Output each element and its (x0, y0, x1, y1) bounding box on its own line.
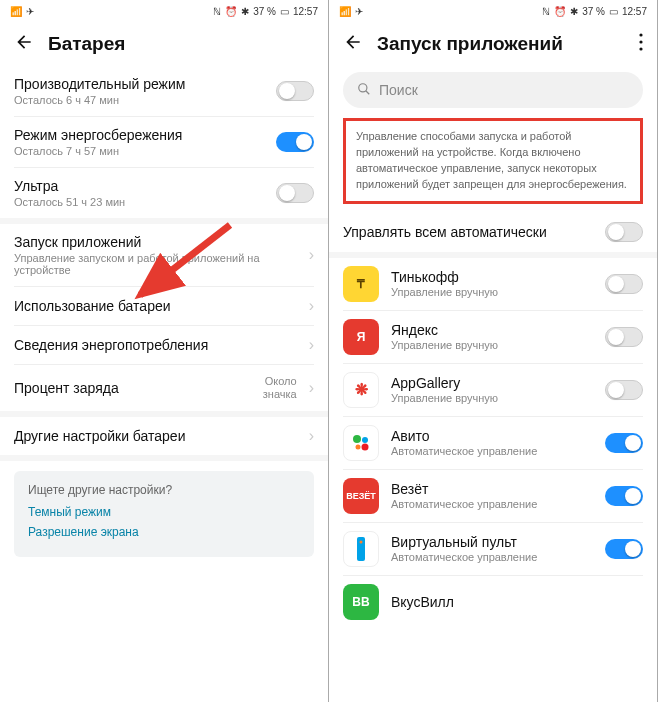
info-callout: Управление способами запуска и работой п… (343, 118, 643, 204)
row-other-battery-settings[interactable]: Другие настройки батареи › (0, 417, 328, 455)
svg-point-5 (359, 83, 367, 91)
toggle-app-yandex[interactable] (605, 327, 643, 347)
toggle-power-saving[interactable] (276, 132, 314, 152)
app-name: ВкусВилл (391, 594, 643, 610)
app-icon-vkusvill: ВВ (343, 584, 379, 620)
toggle-app-appgallery[interactable] (605, 380, 643, 400)
hint-question: Ищете другие настройки? (28, 483, 300, 497)
app-row-appgallery[interactable]: ❋ AppGallery Управление вручную (329, 364, 657, 416)
chevron-right-icon: › (309, 427, 314, 445)
app-icon-appgallery: ❋ (343, 372, 379, 408)
row-label: Процент заряда (14, 380, 263, 396)
bluetooth-icon: ✱ (570, 6, 578, 17)
search-icon (357, 82, 371, 99)
row-manage-all[interactable]: Управлять всем автоматически (329, 212, 657, 252)
header: Запуск приложений (329, 22, 657, 66)
app-row-tinkoff[interactable]: ₸ Тинькофф Управление вручную (329, 258, 657, 310)
row-power-saving[interactable]: Режим энергосбережения Осталось 7 ч 57 м… (0, 117, 328, 167)
row-app-launch[interactable]: Запуск приложений Управление запуском и … (0, 224, 328, 286)
app-row-vezet[interactable]: ВЕЗЁТ Везёт Автоматическое управление (329, 470, 657, 522)
toggle-app-tinkoff[interactable] (605, 274, 643, 294)
row-label: Использование батареи (14, 298, 303, 314)
row-label: Управлять всем автоматически (343, 224, 605, 240)
battery-icon: ▭ (609, 6, 618, 17)
battery-pct: 37 % (253, 6, 276, 17)
app-name: Яндекс (391, 322, 593, 338)
toggle-app-virtual-remote[interactable] (605, 539, 643, 559)
app-name: Везёт (391, 481, 593, 497)
signal-icon: 📶 (10, 6, 22, 17)
row-performance-mode[interactable]: Производительный режим Осталось 6 ч 47 м… (0, 66, 328, 116)
hint-link-dark-mode[interactable]: Темный режим (28, 505, 300, 519)
app-row-virtual-remote[interactable]: Виртуальный пульт Автоматическое управле… (329, 523, 657, 575)
app-launch-screen: 📶 ✈ ℕ ⏰ ✱ 37 % ▭ 12:57 Запуск приложений… (329, 0, 658, 702)
app-mgmt: Автоматическое управление (391, 551, 593, 563)
app-icon-virtual-remote (343, 531, 379, 567)
app-icon-tinkoff: ₸ (343, 266, 379, 302)
battery-pct: 37 % (582, 6, 605, 17)
toggle-manage-all[interactable] (605, 222, 643, 242)
nfc-icon: ℕ (213, 6, 221, 17)
page-title: Батарея (48, 33, 125, 55)
alarm-icon: ⏰ (225, 6, 237, 17)
back-icon[interactable] (343, 32, 363, 56)
app-row-vkusvill[interactable]: ВВ ВкусВилл (329, 576, 657, 628)
telegram-icon: ✈ (26, 6, 34, 17)
status-bar: 📶 ✈ ℕ ⏰ ✱ 37 % ▭ 12:57 (0, 0, 328, 22)
chevron-right-icon: › (309, 379, 314, 397)
row-sub: Осталось 6 ч 47 мин (14, 94, 276, 106)
hint-card: Ищете другие настройки? Темный режим Раз… (14, 471, 314, 557)
svg-point-8 (362, 437, 368, 443)
toggle-performance[interactable] (276, 81, 314, 101)
chevron-right-icon: › (309, 297, 314, 315)
app-row-avito[interactable]: Авито Автоматическое управление (329, 417, 657, 469)
row-label: Сведения энергопотребления (14, 337, 303, 353)
row-battery-usage[interactable]: Использование батареи › (0, 287, 328, 325)
svg-point-2 (639, 33, 642, 36)
header: Батарея (0, 22, 328, 66)
clock: 12:57 (293, 6, 318, 17)
app-icon-vezet: ВЕЗЁТ (343, 478, 379, 514)
nfc-icon: ℕ (542, 6, 550, 17)
app-name: AppGallery (391, 375, 593, 391)
more-icon[interactable] (639, 33, 643, 55)
row-power-stats[interactable]: Сведения энергопотребления › (0, 326, 328, 364)
svg-point-3 (639, 40, 642, 43)
row-value: Около значка (263, 375, 297, 401)
section-divider (0, 455, 328, 461)
app-name: Тинькофф (391, 269, 593, 285)
app-name: Авито (391, 428, 593, 444)
svg-point-4 (639, 47, 642, 50)
app-icon-avito (343, 425, 379, 461)
row-sub: Осталось 51 ч 23 мин (14, 196, 276, 208)
toggle-app-avito[interactable] (605, 433, 643, 453)
chevron-right-icon: › (309, 246, 314, 264)
battery-icon: ▭ (280, 6, 289, 17)
row-ultra[interactable]: Ультра Осталось 51 ч 23 мин (0, 168, 328, 218)
clock: 12:57 (622, 6, 647, 17)
hint-link-resolution[interactable]: Разрешение экрана (28, 525, 300, 539)
app-mgmt: Управление вручную (391, 286, 593, 298)
row-sub: Осталось 7 ч 57 мин (14, 145, 276, 157)
toggle-ultra[interactable] (276, 183, 314, 203)
app-name: Виртуальный пульт (391, 534, 593, 550)
search-input[interactable]: Поиск (343, 72, 643, 108)
app-mgmt: Управление вручную (391, 392, 593, 404)
back-icon[interactable] (14, 32, 34, 56)
row-label: Запуск приложений (14, 234, 303, 250)
telegram-icon: ✈ (355, 6, 363, 17)
signal-icon: 📶 (339, 6, 351, 17)
svg-line-6 (366, 90, 370, 94)
app-row-yandex[interactable]: Я Яндекс Управление вручную (329, 311, 657, 363)
svg-point-12 (360, 540, 363, 543)
toggle-app-vezet[interactable] (605, 486, 643, 506)
alarm-icon: ⏰ (554, 6, 566, 17)
svg-point-7 (353, 435, 361, 443)
chevron-right-icon: › (309, 336, 314, 354)
page-title: Запуск приложений (377, 33, 563, 55)
row-sub: Управление запуском и работой приложений… (14, 252, 303, 276)
row-battery-percent[interactable]: Процент заряда Около значка › (0, 365, 328, 411)
svg-point-9 (356, 444, 361, 449)
status-bar: 📶 ✈ ℕ ⏰ ✱ 37 % ▭ 12:57 (329, 0, 657, 22)
app-icon-yandex: Я (343, 319, 379, 355)
